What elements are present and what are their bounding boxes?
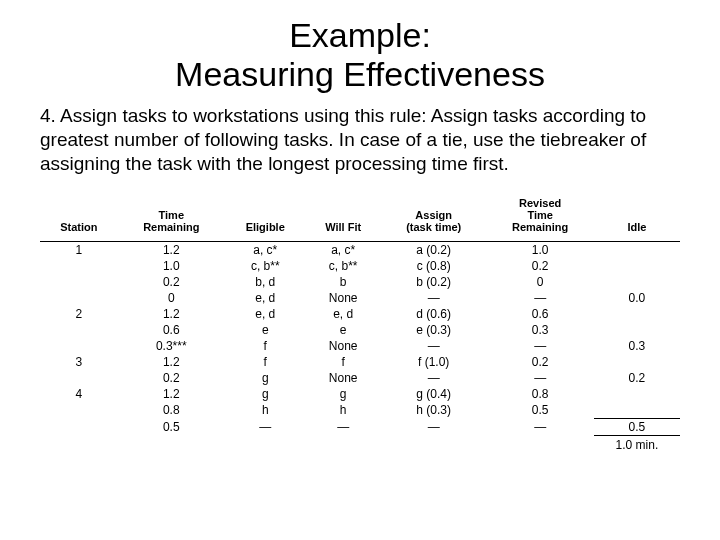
cell-time: 0.2 — [118, 370, 225, 386]
cell-eligible: e, d — [225, 306, 305, 322]
cell-assign: — — [381, 290, 487, 306]
cell-fit: None — [305, 290, 380, 306]
cell-empty — [305, 435, 380, 453]
cell-time: 0.5 — [118, 418, 225, 435]
cell-idle — [594, 354, 680, 370]
cell-assign: e (0.3) — [381, 322, 487, 338]
table-header-row: Station Time Remaining Eligible Will Fit… — [40, 193, 680, 242]
col-time-remaining: Time Remaining — [118, 193, 225, 242]
cell-fit: g — [305, 386, 380, 402]
cell-revised: — — [486, 370, 593, 386]
cell-time: 1.0 — [118, 258, 225, 274]
cell-station — [40, 290, 118, 306]
col-will-fit: Will Fit — [305, 193, 380, 242]
assignment-table-wrap: Station Time Remaining Eligible Will Fit… — [40, 193, 680, 453]
table-row: 0e, dNone——0.0 — [40, 290, 680, 306]
cell-eligible: c, b** — [225, 258, 305, 274]
cell-station: 2 — [40, 306, 118, 322]
col-assign: Assign (task time) — [381, 193, 487, 242]
col-station: Station — [40, 193, 118, 242]
cell-time: 0.2 — [118, 274, 225, 290]
cell-idle: 0.5 — [594, 418, 680, 435]
table-row: 41.2ggg (0.4)0.8 — [40, 386, 680, 402]
cell-station: 4 — [40, 386, 118, 402]
cell-eligible: a, c* — [225, 242, 305, 259]
cell-idle: 0.3 — [594, 338, 680, 354]
table-row: 0.2gNone——0.2 — [40, 370, 680, 386]
cell-eligible: g — [225, 370, 305, 386]
cell-total-idle: 1.0 min. — [594, 435, 680, 453]
cell-assign: d (0.6) — [381, 306, 487, 322]
cell-assign: f (1.0) — [381, 354, 487, 370]
table-row: 0.2b, dbb (0.2)0 — [40, 274, 680, 290]
cell-eligible: — — [225, 418, 305, 435]
cell-eligible: g — [225, 386, 305, 402]
cell-empty — [381, 435, 487, 453]
cell-fit: h — [305, 402, 380, 418]
cell-fit: c, b** — [305, 258, 380, 274]
cell-assign: — — [381, 370, 487, 386]
cell-eligible: e, d — [225, 290, 305, 306]
table-row: 0.8hhh (0.3)0.5 — [40, 402, 680, 418]
cell-assign: — — [381, 418, 487, 435]
cell-empty — [40, 435, 118, 453]
cell-idle: 0.2 — [594, 370, 680, 386]
cell-assign: g (0.4) — [381, 386, 487, 402]
cell-assign: — — [381, 338, 487, 354]
cell-revised: — — [486, 290, 593, 306]
cell-revised: 0.2 — [486, 354, 593, 370]
slide-title: Example: Measuring Effectiveness — [40, 16, 680, 94]
cell-station — [40, 402, 118, 418]
cell-time: 0.3*** — [118, 338, 225, 354]
cell-station — [40, 258, 118, 274]
cell-eligible: f — [225, 338, 305, 354]
cell-revised: 0.6 — [486, 306, 593, 322]
cell-assign: c (0.8) — [381, 258, 487, 274]
cell-time: 1.2 — [118, 386, 225, 402]
cell-fit: None — [305, 370, 380, 386]
cell-time: 0.6 — [118, 322, 225, 338]
cell-idle — [594, 274, 680, 290]
cell-fit: — — [305, 418, 380, 435]
cell-assign: b (0.2) — [381, 274, 487, 290]
cell-empty — [118, 435, 225, 453]
cell-station — [40, 418, 118, 435]
instruction-paragraph: 4. Assign tasks to workstations using th… — [40, 104, 680, 175]
cell-time: 0 — [118, 290, 225, 306]
assignment-table: Station Time Remaining Eligible Will Fit… — [40, 193, 680, 453]
col-idle: Idle — [594, 193, 680, 242]
cell-idle — [594, 258, 680, 274]
cell-station — [40, 338, 118, 354]
cell-time: 0.8 — [118, 402, 225, 418]
cell-time: 1.2 — [118, 306, 225, 322]
cell-eligible: f — [225, 354, 305, 370]
cell-revised: 0.2 — [486, 258, 593, 274]
cell-time: 1.2 — [118, 354, 225, 370]
table-body: 11.2a, c*a, c*a (0.2)1.01.0c, b**c, b**c… — [40, 242, 680, 453]
cell-station — [40, 274, 118, 290]
cell-fit: e, d — [305, 306, 380, 322]
cell-fit: e — [305, 322, 380, 338]
cell-revised: — — [486, 338, 593, 354]
cell-fit: None — [305, 338, 380, 354]
cell-eligible: b, d — [225, 274, 305, 290]
cell-revised: 1.0 — [486, 242, 593, 259]
cell-empty — [225, 435, 305, 453]
cell-station — [40, 322, 118, 338]
table-row: 0.3***fNone——0.3 — [40, 338, 680, 354]
cell-station: 1 — [40, 242, 118, 259]
cell-idle — [594, 322, 680, 338]
table-row: 11.2a, c*a, c*a (0.2)1.0 — [40, 242, 680, 259]
cell-revised: — — [486, 418, 593, 435]
table-row: 21.2e, de, dd (0.6)0.6 — [40, 306, 680, 322]
col-eligible: Eligible — [225, 193, 305, 242]
cell-eligible: e — [225, 322, 305, 338]
cell-idle — [594, 402, 680, 418]
cell-fit: f — [305, 354, 380, 370]
title-line-2: Measuring Effectiveness — [175, 55, 545, 93]
cell-station: 3 — [40, 354, 118, 370]
cell-idle — [594, 386, 680, 402]
cell-fit: a, c* — [305, 242, 380, 259]
cell-revised: 0.8 — [486, 386, 593, 402]
table-total-row: 1.0 min. — [40, 435, 680, 453]
